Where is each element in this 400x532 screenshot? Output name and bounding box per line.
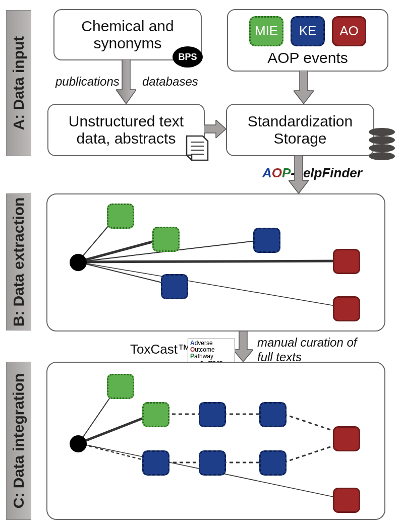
ke-node (199, 402, 226, 427)
svg-point-5 (369, 136, 395, 144)
ke-node (253, 228, 280, 253)
mie-node (152, 227, 180, 252)
aop-event-row: MIE KE AO (249, 16, 366, 46)
label-manual-curation: manual curation of full texts (257, 336, 373, 365)
svg-point-4 (369, 128, 395, 136)
box-standardization: Standardization Storage (226, 104, 374, 156)
mie-node (142, 402, 169, 427)
ke-node (199, 450, 226, 476)
aop-helpfinder-label: AOP-helpFinder (262, 165, 362, 181)
panel-data-integration (46, 362, 385, 520)
section-label-c: C: Data integration (6, 362, 31, 520)
mie-event: MIE (249, 16, 283, 46)
ao-node (333, 426, 360, 451)
arrow-chem-to-unstr (116, 59, 136, 104)
arrow-panel-b-to-c (233, 330, 253, 362)
bps-badge: BPS (173, 46, 203, 68)
ke-node (259, 450, 287, 476)
mie-node (107, 374, 134, 399)
ao-node (333, 488, 360, 513)
ao-node (333, 249, 360, 274)
svg-line-23 (283, 443, 341, 462)
ke-node (259, 402, 287, 427)
aop-events-title: AOP events (267, 49, 348, 67)
ke-event: KE (291, 16, 325, 46)
section-label-a: A: Data input (6, 10, 31, 156)
svg-line-12 (78, 261, 344, 262)
mie-node (107, 204, 134, 229)
box-unstructured: Unstructured text data, abstracts (47, 104, 205, 156)
chemical-node (70, 435, 87, 452)
svg-point-6 (369, 144, 395, 152)
svg-line-20 (283, 414, 341, 433)
label-publications: publications (55, 75, 120, 89)
label-databases: databases (142, 75, 198, 89)
svg-line-10 (78, 262, 173, 285)
panel-data-extraction (46, 193, 385, 331)
ao-event: AO (332, 16, 366, 46)
document-icon (186, 135, 209, 163)
svg-point-7 (369, 152, 395, 160)
svg-line-9 (78, 239, 163, 262)
label-toxcast: ToxCast™ (130, 342, 191, 357)
ke-node (161, 274, 188, 299)
box-aop-events: MIE KE AO AOP events (227, 9, 388, 72)
section-label-b: B: Data extraction (6, 193, 31, 330)
arrow-aop-to-std (294, 71, 314, 104)
arrow-std-to-panel-b (289, 155, 309, 193)
chemical-node (70, 254, 87, 271)
database-icon (367, 127, 396, 162)
svg-line-13 (78, 262, 344, 307)
ao-node (333, 296, 360, 321)
ke-node (142, 450, 169, 476)
